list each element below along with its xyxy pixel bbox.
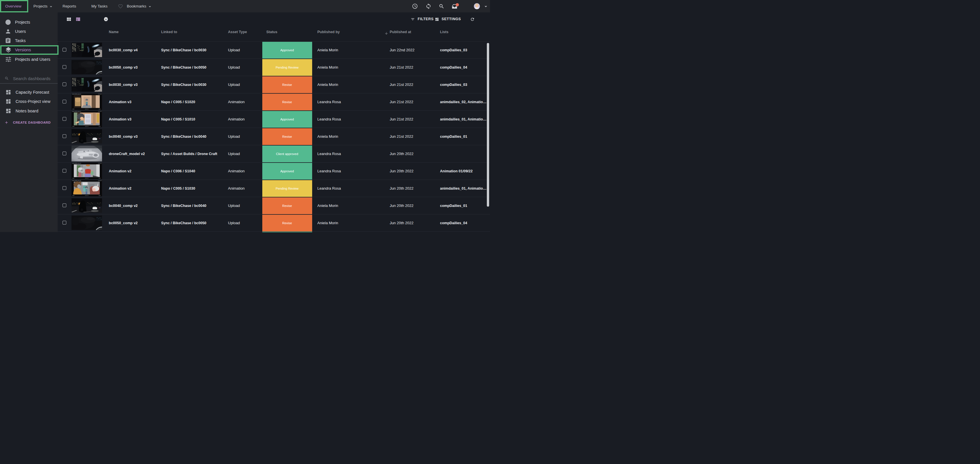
svg-text:A: A — [105, 18, 107, 21]
svg-text:HIBR: HIBR — [72, 126, 75, 127]
svg-text:00:01:14: 00:01:14 — [85, 195, 89, 196]
svg-text:0063: 0063 — [99, 109, 100, 110]
svg-text:C006_S1040_anim_t14: C006_S1040_anim_t14 — [72, 163, 81, 164]
svg-text:0063: 0063 — [99, 178, 100, 179]
svg-text:00:01:14: 00:01:14 — [85, 178, 89, 179]
svg-text:HIBR: HIBR — [72, 109, 75, 110]
svg-text:C005_S1020_anim_t20: C005_S1020_anim_t20 — [72, 94, 81, 95]
svg-text:C005_S1010_anim_t12: C005_S1010_anim_t12 — [72, 111, 81, 112]
svg-text:2/22/2021: 2/22/2021 — [98, 94, 102, 95]
svg-text:2/22/2021: 2/22/2021 — [98, 163, 102, 164]
svg-text:00:01:14: 00:01:14 — [85, 126, 89, 127]
svg-text:00:01:14: 00:01:14 — [85, 109, 89, 110]
svg-text:HIBR: HIBR — [72, 195, 75, 196]
svg-text:2/22/2021: 2/22/2021 — [98, 180, 102, 181]
svg-text:C005_S1030_anim_t16: C005_S1030_anim_t16 — [72, 180, 81, 181]
svg-text:0063: 0063 — [99, 126, 100, 127]
svg-text:HIBR: HIBR — [72, 178, 75, 179]
svg-text:2/22/2021: 2/22/2021 — [98, 111, 102, 112]
svg-text:0063: 0063 — [99, 195, 100, 196]
